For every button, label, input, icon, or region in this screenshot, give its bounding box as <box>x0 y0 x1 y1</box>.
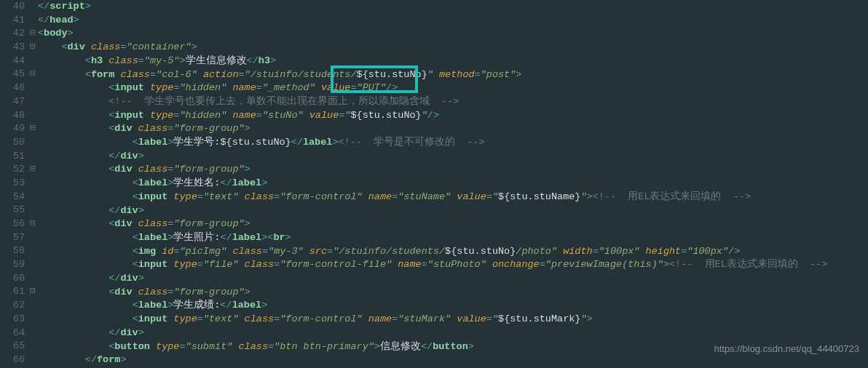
code-line[interactable]: <h3 class="my-5">学生信息修改</h3> <box>38 55 827 68</box>
code-line[interactable]: <div class="container"> <box>38 41 827 55</box>
fold-toggle <box>28 81 38 95</box>
line-number: 57 <box>0 231 25 245</box>
code-editor[interactable]: </script></head><body> <div class="conta… <box>38 0 827 367</box>
code-line[interactable]: </form> <box>38 353 827 367</box>
code-line[interactable]: </div> <box>38 150 827 164</box>
fold-toggle <box>28 95 38 109</box>
fold-toggle <box>28 327 38 340</box>
fold-toggle <box>28 244 38 258</box>
fold-toggle <box>28 299 38 313</box>
code-line[interactable]: <label>学生成绩:</label> <box>38 299 827 313</box>
fold-toggle <box>28 313 38 327</box>
line-number: 63 <box>0 313 25 327</box>
line-number: 66 <box>0 353 25 367</box>
fold-toggle[interactable]: ⊟ <box>28 27 38 41</box>
line-number: 58 <box>0 244 25 258</box>
code-line[interactable]: <img id="picImg" class="my-3" src="/stui… <box>38 245 827 259</box>
line-number: 46 <box>0 81 25 95</box>
code-line[interactable]: </head> <box>38 14 827 28</box>
line-number: 42 <box>0 27 25 41</box>
fold-toggle <box>28 353 38 367</box>
code-line[interactable]: <input type="text" class="form-control" … <box>38 191 827 204</box>
line-number: 40 <box>0 0 25 14</box>
code-line[interactable]: </div> <box>38 327 827 340</box>
fold-toggle <box>28 340 38 353</box>
line-number: 53 <box>0 177 25 191</box>
code-line[interactable]: <!-- 学生学号也要传上去，单数不能出现在界面上，所以添加隐含域 --> <box>38 95 827 109</box>
line-number: 47 <box>0 95 25 109</box>
fold-toggle <box>28 258 38 272</box>
fold-toggle <box>28 191 38 204</box>
fold-toggle <box>28 0 38 14</box>
code-line[interactable]: <form class="col-6" action="/stuinfo/stu… <box>38 68 827 82</box>
line-number: 43 <box>0 41 25 55</box>
code-line[interactable]: <label>学生姓名:</label> <box>38 177 827 191</box>
code-line[interactable]: </div> <box>38 204 827 218</box>
fold-toggle <box>28 231 38 245</box>
fold-toggle[interactable]: ⊟ <box>28 285 38 299</box>
line-number: 60 <box>0 272 25 286</box>
fold-toggle[interactable]: ⊟ <box>28 163 38 177</box>
line-number: 55 <box>0 204 25 217</box>
code-line[interactable]: <label>学生照片:</label><br> <box>38 231 827 245</box>
code-line[interactable]: <body> <box>38 27 827 41</box>
code-line[interactable]: <div class="form-group"> <box>38 163 827 177</box>
line-number: 64 <box>0 327 25 340</box>
code-line[interactable]: <input type="file" class="form-control-f… <box>38 258 827 272</box>
code-line[interactable]: <input type="hidden" name="stuNo" value=… <box>38 109 827 123</box>
fold-toggle[interactable]: ⊟ <box>28 122 38 136</box>
fold-toggle <box>28 136 38 150</box>
code-line[interactable]: <div class="form-group"> <box>38 122 827 136</box>
code-line[interactable]: </script> <box>38 0 827 14</box>
line-number: 62 <box>0 299 25 313</box>
fold-toggle <box>28 177 38 191</box>
line-number: 59 <box>0 258 25 272</box>
code-line[interactable]: <div class="form-group"> <box>38 286 827 300</box>
line-number: 54 <box>0 191 25 204</box>
line-number: 65 <box>0 340 25 353</box>
fold-toggle[interactable]: ⊟ <box>28 41 38 55</box>
line-number: 52 <box>0 163 25 177</box>
fold-toggle <box>28 272 38 286</box>
line-number: 61 <box>0 285 25 299</box>
line-number: 44 <box>0 55 25 68</box>
code-line[interactable]: <label>学生学号:${stu.stuNo}</label><!-- 学号是… <box>38 136 827 150</box>
line-number: 49 <box>0 122 25 136</box>
code-line[interactable]: <input type="text" class="form-control" … <box>38 313 827 327</box>
line-number: 56 <box>0 217 25 231</box>
code-line[interactable]: <input type="hidden" name="_method" valu… <box>38 81 827 95</box>
fold-toggle <box>28 150 38 164</box>
code-line[interactable]: <div class="form-group"> <box>38 217 827 231</box>
fold-toggle <box>28 204 38 217</box>
code-line[interactable]: </div> <box>38 272 827 286</box>
line-number: 41 <box>0 14 25 28</box>
fold-toggle <box>28 55 38 68</box>
fold-toggle[interactable]: ⊟ <box>28 217 38 231</box>
fold-toggle[interactable]: ⊟ <box>28 68 38 81</box>
fold-toggle <box>28 14 38 28</box>
line-number: 48 <box>0 109 25 123</box>
code-line[interactable]: <button type="submit" class="btn btn-pri… <box>38 340 827 354</box>
line-number: 51 <box>0 150 25 164</box>
line-number: 45 <box>0 68 25 81</box>
line-number-gutter: 4041424344454647484950515253545556575859… <box>0 0 28 368</box>
watermark-text: https://blog.csdn.net/qq_44400723 <box>714 343 860 356</box>
fold-toggle <box>28 109 38 123</box>
line-number: 50 <box>0 136 25 150</box>
fold-gutter: ⊟⊟⊟⊟⊟⊟⊟ <box>28 0 38 367</box>
